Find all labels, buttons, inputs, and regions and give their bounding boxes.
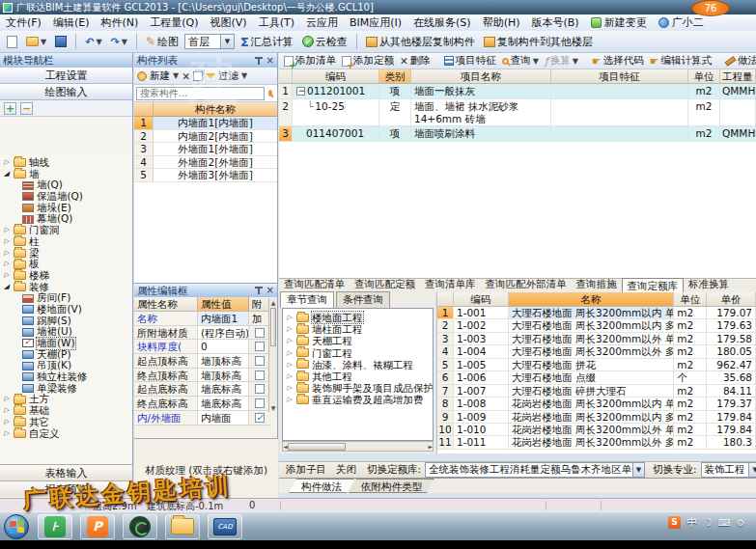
close-icon[interactable]: × [266,56,274,66]
nav-tree-item[interactable]: 楼梯 [0,270,132,282]
tab-query-match-list[interactable]: 查询匹配清单 [279,277,350,292]
attach-checkbox[interactable] [255,398,265,408]
undo-button[interactable]: ↶▼ [82,35,104,49]
expand-arrow-icon[interactable] [287,359,295,371]
column-unit[interactable]: 单位 [674,292,707,306]
add-sub-item-button[interactable]: 添加子目 [283,463,329,477]
property-row[interactable]: 终点底标高墙底标高 [134,397,277,411]
nav-tree-item[interactable]: 幕墙(Q) [0,213,132,225]
component-row[interactable]: 5外墙面3[外墙面] [134,169,277,182]
component-row[interactable]: 4外墙面2[外墙面] [134,156,277,170]
column-unit[interactable]: 单位 [688,69,720,83]
listing-row[interactable]: 1 −011201001 项 墙面一般抹灰 m2 QMMHMJ [279,84,756,99]
property-row[interactable]: 内/外墙面内墙面 [134,411,277,425]
expand-arrow-icon[interactable] [4,157,13,169]
nav-tree-item[interactable]: 楼地面(V) [0,304,132,316]
expand-arrow-icon[interactable] [287,312,295,323]
rate-row[interactable]: 81-008花岗岩楼地面 周长3200mm以内 单色m2179.37 [437,398,756,410]
rate-row[interactable]: 91-009花岗岩楼地面 周长3200mm以内 多色m2179.84 [437,411,756,424]
component-row[interactable]: 2内墙面2[内墙面] [134,130,277,144]
table-input-button[interactable]: 表格输入 [0,464,132,480]
chapter-item[interactable]: 楼地面工程 [283,312,433,323]
expand-arrow-icon[interactable] [287,335,295,346]
material-texture-area[interactable]: 材质纹理 (双击或右键添加) [134,438,278,499]
redo-button[interactable]: ↷▼ [108,35,130,49]
menu-cloud[interactable]: 云应用 [300,14,344,31]
search-icon[interactable] [268,90,272,96]
settings-tray-icon[interactable]: ⚙ [737,518,744,528]
expand-arrow-icon[interactable] [287,394,295,405]
dropdown-arrow-icon[interactable]: ▼ [241,71,247,80]
chapter-item[interactable]: 油漆、涂料、裱糊工程 [283,359,433,371]
expand-arrow-icon[interactable] [287,323,295,335]
open-file-button[interactable]: ▼ [23,36,49,47]
method-brush-button[interactable]: 做法刷 [723,54,756,68]
edit-formula-button[interactable]: ☛编辑计算式 [648,54,714,68]
menu-new-change[interactable]: 新建变更 [604,14,653,31]
expand-arrow-icon[interactable] [4,428,13,440]
property-row[interactable]: 所附墙材质(程序自动) [134,326,277,341]
taskbar-item-cad[interactable]: CAD [208,514,242,539]
property-row[interactable]: 名称内墙面1 [134,312,277,326]
close-icon[interactable]: × [266,286,274,295]
dropdown-arrow-icon[interactable]: ▼ [748,463,756,477]
listing-row-selected[interactable]: 3 011407001 项 墙面喷刷涂料 m2 QMMHMJ [279,126,756,142]
property-row[interactable]: 起点底标高墙底标高 [134,382,277,397]
drawing-input-button[interactable]: 绘图输入 [0,84,132,100]
expand-arrow-icon[interactable] [287,347,295,359]
menu-online[interactable]: 在线服务(S) [407,14,477,31]
menu-file[interactable]: 文件(F) [0,14,47,31]
chapter-item[interactable]: 装饰脚手架及项目成品保护 [283,382,433,394]
select-code-button[interactable]: ☛选择代码 [590,54,646,68]
nav-tree-item[interactable]: 独立柱装修 [0,371,132,383]
delete-component-button[interactable]: ✕ [182,70,190,82]
column-code[interactable]: 编码 [454,292,509,306]
menu-assistant[interactable]: 广小二 [672,14,710,31]
attach-checkbox[interactable] [255,356,265,366]
rate-row[interactable]: 61-006大理石楼地面 点缀个35.68 [437,371,756,384]
taskbar-item-gcl[interactable]: ⊦ [38,514,72,539]
expand-arrow-icon[interactable] [287,382,295,394]
query-button[interactable]: 查询▼ [500,54,541,68]
save-button[interactable] [52,35,70,48]
rate-row[interactable]: 41-004大理石楼地面 周长3200mm以外 多色m2180.05 [437,345,756,358]
moon-tray-icon[interactable]: ☽ [703,516,713,529]
filter-button[interactable]: 过滤 [218,69,238,83]
expand-arrow-icon[interactable] [4,270,13,282]
rate-row[interactable]: 51-005大理石楼地面 拼花m2962.47 [437,359,756,371]
column-code[interactable]: 编码 [293,69,379,83]
tab-query-list-db[interactable]: 查询清单库 [420,277,481,292]
expand-arrow-icon[interactable] [4,259,13,270]
property-row[interactable]: 块料厚度(0 [134,340,277,354]
nav-tree-item[interactable]: 土方 [0,394,132,405]
language-tray-icon[interactable]: 中 [686,515,697,530]
property-row[interactable]: 起点顶标高墙顶标高 [134,354,277,369]
nav-tree-item[interactable]: 单梁装修 [0,383,132,395]
menu-edit[interactable]: 编辑(E) [47,14,96,31]
rate-row[interactable]: 21-002大理石楼地面 周长3200mm以内 多色m2179.63 [437,319,756,332]
expand-arrow-icon[interactable] [4,248,13,260]
expand-arrow-icon[interactable] [287,371,295,382]
attach-checkbox[interactable] [255,413,265,423]
chapter-item[interactable]: 其他工程 [283,371,433,382]
pin-icon[interactable] [255,287,263,294]
attach-checkbox[interactable] [255,384,265,394]
attach-checkbox[interactable] [255,371,265,380]
menu-view[interactable]: 视图(V) [205,14,253,31]
component-row[interactable]: 3外墙面1[外墙面] [134,143,277,156]
project-settings-button[interactable]: 工程设置 [0,68,132,84]
nav-tree-item[interactable]: 门窗洞 [0,225,132,236]
sogou-tray-icon[interactable]: S [668,516,681,529]
column-name[interactable]: 名称 [509,292,674,306]
menu-bim[interactable]: BIM应用(I) [344,14,407,31]
search-input[interactable] [136,87,265,100]
expand-arrow-icon[interactable] [4,405,13,417]
nav-tree-item[interactable]: 自定义 [0,428,132,440]
nav-tree-item[interactable]: 柱 [0,236,132,248]
collapse-all-button[interactable]: − [20,102,33,115]
taskbar-item-media[interactable] [123,514,157,539]
tab-chapter-query[interactable]: 章节查询 [280,291,334,308]
rate-row[interactable]: 71-007大理石楼地面 碎拼大理石m284.11 [437,385,756,398]
cloud-check-button[interactable]: ✓云检查 [299,34,350,50]
expand-arrow-icon[interactable] [4,417,13,428]
